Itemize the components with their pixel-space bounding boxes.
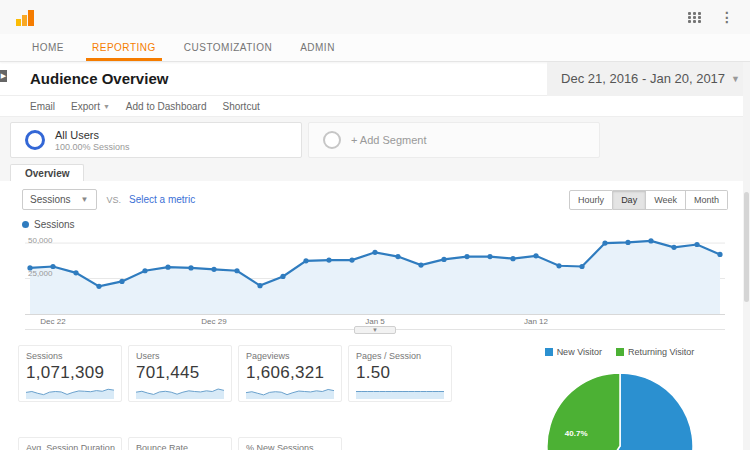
sparkline bbox=[136, 384, 224, 399]
metric-select-dropdown[interactable]: Sessions ▼ bbox=[22, 189, 97, 210]
add-to-dashboard-button[interactable]: Add to Dashboard bbox=[126, 101, 207, 112]
tab-home[interactable]: HOME bbox=[18, 34, 78, 61]
legend-label: New Visitor bbox=[557, 347, 602, 357]
y-axis-tick: 50,000 bbox=[28, 236, 52, 245]
pie-slice-label: 40.7% bbox=[565, 428, 588, 437]
metric-value: 1,071,309 bbox=[26, 363, 114, 383]
metric-label: Pages / Session bbox=[356, 351, 444, 361]
metric-card-pageviews[interactable]: Pageviews 1,606,321 bbox=[238, 345, 342, 402]
page-title: Audience Overview bbox=[30, 70, 168, 87]
chart-timeline-handle[interactable]: ▼ bbox=[354, 326, 396, 334]
sessions-legend-label: Sessions bbox=[34, 219, 75, 230]
add-segment-button[interactable]: + Add Segment bbox=[308, 122, 600, 158]
granularity-month-button[interactable]: Month bbox=[686, 190, 728, 210]
segment-title: All Users bbox=[55, 129, 130, 141]
segment-circle-icon bbox=[25, 130, 45, 150]
new-visitor-swatch-icon bbox=[545, 348, 553, 356]
tab-overview[interactable]: Overview bbox=[10, 164, 84, 181]
metric-label: Bounce Rate bbox=[136, 443, 224, 450]
summary-section: Sessions 1,071,309 Users 701,445 Pagevie… bbox=[0, 339, 750, 450]
legend-new-visitor[interactable]: New Visitor bbox=[545, 347, 602, 357]
apps-grid-icon[interactable] bbox=[688, 12, 702, 23]
vs-label: VS. bbox=[107, 195, 122, 205]
metric-label: Avg. Session Duration bbox=[26, 443, 114, 450]
more-options-icon[interactable]: ⋮ bbox=[720, 10, 734, 24]
add-segment-circle-icon bbox=[323, 131, 341, 149]
main-nav: HOME REPORTING CUSTOMIZATION ADMIN bbox=[0, 34, 750, 62]
metrics-grid: Sessions 1,071,309 Users 701,445 Pagevie… bbox=[18, 345, 452, 450]
tab-admin[interactable]: ADMIN bbox=[286, 34, 349, 61]
report-action-bar: Email Export ▼ Add to Dashboard Shortcut bbox=[0, 96, 750, 117]
metric-card-pages-per-session[interactable]: Pages / Session 1.50 bbox=[348, 345, 452, 402]
export-label: Export bbox=[71, 101, 100, 112]
date-range-value: Dec 21, 2016 - Jan 20, 2017 bbox=[561, 71, 725, 86]
metric-value: 701,445 bbox=[136, 363, 224, 383]
metric-select-value: Sessions bbox=[30, 194, 71, 205]
tab-customization[interactable]: CUSTOMIZATION bbox=[170, 34, 286, 61]
sessions-line-chart[interactable]: 50,000 25,000 bbox=[25, 236, 725, 314]
segment-all-users[interactable]: All Users 100.00% Sessions bbox=[10, 122, 302, 158]
sparkline bbox=[356, 384, 444, 399]
metric-label: Pageviews bbox=[246, 351, 334, 361]
visitor-pie-section: New Visitor Returning Visitor 59.3% 40.7… bbox=[512, 345, 727, 450]
sparkline bbox=[26, 384, 114, 399]
x-axis-tick: Dec 29 bbox=[201, 317, 226, 326]
sparkline bbox=[246, 384, 334, 399]
select-a-metric-link[interactable]: Select a metric bbox=[129, 194, 195, 205]
export-button[interactable]: Export ▼ bbox=[71, 101, 110, 112]
segment-subtitle: 100.00% Sessions bbox=[55, 142, 130, 152]
email-button[interactable]: Email bbox=[30, 101, 55, 112]
line-chart-svg bbox=[25, 236, 725, 314]
tab-reporting[interactable]: REPORTING bbox=[78, 34, 170, 61]
date-range-picker[interactable]: Dec 21, 2016 - Jan 20, 2017 ▼ bbox=[547, 62, 750, 96]
granularity-day-button[interactable]: Day bbox=[613, 190, 646, 210]
metric-card-bounce-rate[interactable]: Bounce Rate 74.46% bbox=[128, 437, 232, 450]
sidebar-collapse-toggle[interactable]: ▶ bbox=[0, 70, 7, 82]
sessions-legend-dot-icon bbox=[22, 221, 29, 228]
app-bar: ⋮ bbox=[0, 0, 750, 34]
chevron-down-icon: ▼ bbox=[731, 74, 740, 84]
metric-value: 1,606,321 bbox=[246, 363, 334, 383]
shortcut-button[interactable]: Shortcut bbox=[222, 101, 259, 112]
metric-value: 1.50 bbox=[356, 363, 444, 383]
chevron-down-icon: ▼ bbox=[81, 195, 89, 204]
segment-strip: All Users 100.00% Sessions + Add Segment bbox=[0, 117, 750, 163]
visitor-type-pie-chart[interactable]: 59.3% 40.7% bbox=[545, 371, 695, 450]
pie-chart-svg bbox=[545, 371, 695, 450]
chart-panel: Sessions ▼ VS. Select a metric Hourly Da… bbox=[0, 181, 750, 339]
add-segment-label: + Add Segment bbox=[351, 134, 427, 146]
metric-card-avg-session-duration[interactable]: Avg. Session Duration 00:01:35 bbox=[18, 437, 122, 450]
chart-timeline-scrollbar: ▼ bbox=[25, 329, 725, 339]
granularity-week-button[interactable]: Week bbox=[646, 190, 686, 210]
metric-label: Sessions bbox=[26, 351, 114, 361]
google-analytics-logo-icon[interactable] bbox=[16, 8, 34, 26]
scrollbar-thumb[interactable] bbox=[744, 192, 749, 302]
report-tabstrip: Overview bbox=[0, 163, 750, 181]
legend-label: Returning Visitor bbox=[628, 347, 694, 357]
x-axis-tick: Jan 12 bbox=[524, 317, 548, 326]
granularity-switcher: Hourly Day Week Month bbox=[569, 190, 728, 210]
pie-legend: New Visitor Returning Visitor bbox=[512, 347, 727, 357]
chevron-down-icon: ▼ bbox=[103, 103, 110, 110]
x-axis: Dec 22 Dec 29 Jan 5 Jan 12 bbox=[25, 314, 725, 326]
chart-legend: Sessions bbox=[0, 210, 750, 234]
returning-visitor-swatch-icon bbox=[616, 348, 624, 356]
metric-card-new-sessions[interactable]: % New Sessions 59.29% bbox=[238, 437, 342, 450]
metric-card-users[interactable]: Users 701,445 bbox=[128, 345, 232, 402]
granularity-hourly-button[interactable]: Hourly bbox=[569, 190, 613, 210]
legend-returning-visitor[interactable]: Returning Visitor bbox=[616, 347, 694, 357]
metric-card-sessions[interactable]: Sessions 1,071,309 bbox=[18, 345, 122, 402]
y-axis-tick: 25,000 bbox=[28, 269, 52, 278]
metric-label: % New Sessions bbox=[246, 443, 334, 450]
x-axis-tick: Dec 22 bbox=[40, 317, 65, 326]
page-scrollbar[interactable] bbox=[743, 62, 750, 450]
x-axis-tick: Jan 5 bbox=[365, 317, 385, 326]
metric-label: Users bbox=[136, 351, 224, 361]
report-header: Audience Overview Dec 21, 2016 - Jan 20,… bbox=[0, 62, 750, 96]
